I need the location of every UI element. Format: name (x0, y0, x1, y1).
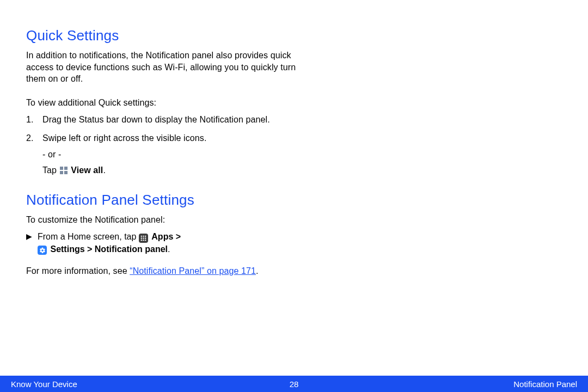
gt-1: > (173, 232, 181, 241)
svg-point-2 (145, 236, 146, 237)
step-2-number: 2. (26, 132, 34, 144)
lead-notification-panel: To customize the Notification panel: (26, 214, 562, 226)
arrow-icon: ▶ (26, 231, 32, 242)
step-1-number: 1. (26, 114, 34, 126)
reference-paragraph: For more information, see “Notification … (26, 265, 298, 277)
svg-point-7 (143, 240, 144, 241)
from-home-text: From a Home screen, tap (38, 232, 139, 241)
grid-icon (60, 167, 68, 175)
heading-notification-panel-settings: Notification Panel Settings (26, 192, 562, 209)
svg-point-8 (145, 240, 146, 241)
lead-quick-settings: To view additional Quick settings: (26, 97, 562, 109)
step-2-text: Swipe left or right across the visible i… (42, 132, 298, 144)
instruction-row: ▶ From a Home screen, tap Apps > Setting… (26, 231, 562, 255)
step-1: 1. Drag the Status bar down to display t… (26, 114, 298, 126)
settings-label: Settings (50, 244, 84, 254)
svg-point-4 (143, 238, 144, 239)
svg-point-1 (143, 236, 144, 237)
ref-prefix: For more information, see (26, 266, 130, 275)
view-all-label: View all (71, 166, 103, 175)
apps-label: Apps (151, 232, 173, 241)
page-footer: Know Your Device 28 Notification Panel (0, 376, 588, 392)
step-1-text: Drag the Status bar down to display the … (42, 114, 298, 126)
svg-point-0 (140, 236, 142, 237)
np-path: > Notification panel (85, 244, 168, 254)
ref-suffix: . (256, 266, 259, 275)
reference-link[interactable]: “Notification Panel” on page 171 (130, 266, 256, 275)
period-2: . (168, 244, 170, 254)
svg-point-6 (140, 240, 142, 241)
step-2: 2. Swipe left or right across the visibl… (26, 132, 298, 176)
steps-list: 1. Drag the Status bar down to display t… (26, 114, 298, 176)
period: . (103, 166, 106, 175)
svg-point-5 (145, 238, 146, 239)
step-2-tap-row: Tap View all. (42, 164, 298, 176)
footer-left: Know Your Device (11, 379, 290, 389)
settings-icon (38, 246, 47, 255)
footer-right: Notification Panel (298, 379, 577, 389)
tap-prefix: Tap (42, 166, 59, 175)
footer-page-number: 28 (290, 379, 299, 389)
instruction-text: From a Home screen, tap Apps > Settings … (38, 231, 181, 255)
step-2-or: - or - (42, 149, 298, 161)
apps-icon (139, 234, 148, 243)
intro-paragraph: In addition to notifications, the Notifi… (26, 50, 298, 85)
svg-point-3 (140, 238, 142, 239)
heading-quick-settings: Quick Settings (26, 27, 562, 44)
